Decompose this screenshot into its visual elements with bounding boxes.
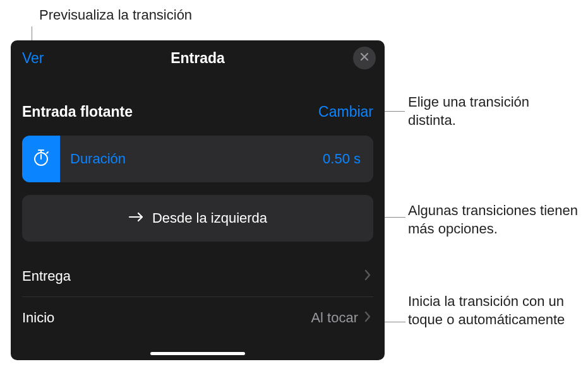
delivery-right — [364, 269, 371, 283]
callout-start: Inicia la transición con un toque o auto… — [408, 293, 572, 329]
chevron-right-icon — [364, 311, 371, 325]
change-button[interactable]: Cambiar — [318, 103, 373, 120]
direction-row[interactable]: Desde la izquierda — [22, 195, 373, 242]
duration-value: 0.50 s — [323, 151, 361, 167]
preview-button[interactable]: Ver — [22, 50, 44, 67]
svg-line-4 — [47, 152, 48, 153]
arrow-right-icon — [128, 211, 145, 226]
start-value: Al tocar — [311, 310, 358, 326]
duration-label: Duración — [70, 151, 323, 167]
start-row[interactable]: Inicio Al tocar — [22, 297, 373, 339]
stopwatch-icon — [31, 148, 51, 170]
delivery-row[interactable]: Entrega — [22, 255, 373, 297]
effect-row: Entrada flotante Cambiar — [22, 76, 373, 132]
start-right: Al tocar — [311, 310, 371, 326]
callout-preview: Previsualiza la transición — [39, 6, 192, 25]
effect-name: Entrada flotante — [22, 103, 133, 120]
chevron-right-icon — [364, 269, 371, 283]
delivery-label: Entrega — [22, 268, 71, 284]
home-indicator — [150, 352, 245, 355]
panel-title: Entrada — [171, 50, 225, 67]
direction-label: Desde la izquierda — [152, 210, 267, 226]
close-button[interactable] — [353, 47, 376, 69]
panel-header: Ver Entrada — [11, 40, 385, 76]
callout-direction: Algunas transiciones tienen más opciones… — [408, 202, 585, 238]
close-icon — [359, 52, 369, 64]
callout-change: Elige una transición distinta. — [408, 93, 579, 129]
panel-body: Entrada flotante Cambiar Duración 0.50 s — [11, 76, 385, 339]
start-label: Inicio — [22, 310, 54, 326]
duration-row[interactable]: Duración 0.50 s — [22, 136, 373, 182]
duration-icon-wrap — [22, 136, 60, 182]
transition-panel: Ver Entrada Entrada flotante Cambiar — [11, 40, 385, 360]
